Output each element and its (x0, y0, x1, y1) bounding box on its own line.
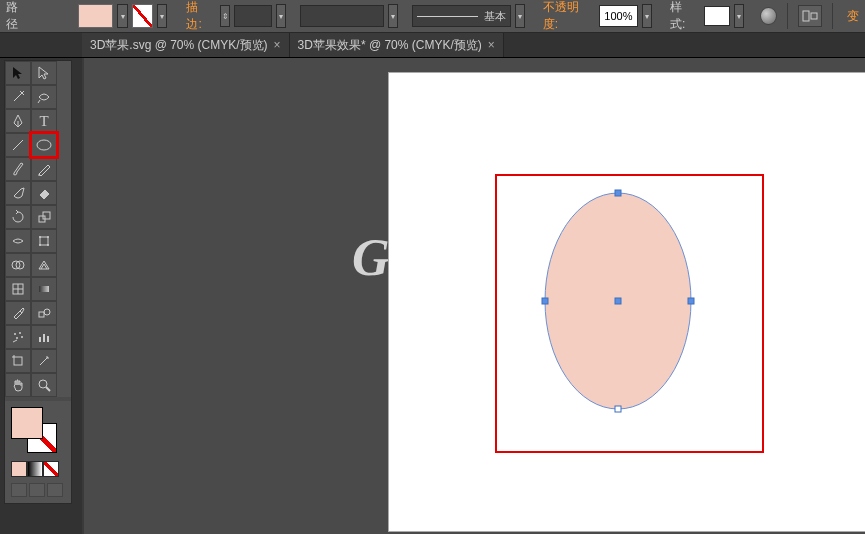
anchor-point-bottom[interactable] (615, 406, 621, 412)
align-panel-button[interactable] (798, 5, 822, 27)
color-mode-solid[interactable] (11, 461, 27, 477)
svg-rect-25 (47, 336, 49, 342)
draw-normal[interactable] (11, 483, 27, 497)
svg-rect-6 (40, 237, 48, 245)
rotate-tool[interactable] (5, 205, 31, 229)
paintbrush-tool[interactable] (5, 157, 31, 181)
pencil-tool[interactable] (31, 157, 57, 181)
tab-close-button[interactable]: × (274, 38, 281, 52)
recolor-artwork-button[interactable] (760, 7, 777, 25)
shape-builder-tool[interactable] (5, 253, 31, 277)
eyedropper-tool[interactable] (5, 301, 31, 325)
column-graph-tool[interactable] (31, 325, 57, 349)
line-segment-tool[interactable] (5, 133, 31, 157)
tab-label: 3D苹果.svg @ 70% (CMYK/预览) (90, 37, 268, 54)
width-tool[interactable] (5, 229, 31, 253)
pen-tool[interactable] (5, 109, 31, 133)
ellipse-tool[interactable] (31, 133, 57, 157)
graphic-style-dropdown[interactable]: ▾ (734, 4, 744, 28)
svg-rect-17 (39, 312, 44, 317)
annotation-highlight-box (495, 174, 764, 453)
selected-ellipse-object[interactable] (543, 191, 693, 411)
document-tab[interactable]: 3D苹果效果* @ 70% (CMYK/预览) × (290, 33, 504, 57)
fill-swatch[interactable] (78, 4, 114, 28)
brush-style-field[interactable]: 基本 (412, 5, 511, 27)
artboard-tool[interactable] (5, 349, 31, 373)
svg-point-10 (47, 244, 49, 246)
type-tool[interactable]: T (31, 109, 57, 133)
canvas-workspace[interactable]: G (82, 58, 865, 534)
direct-selection-tool[interactable] (31, 61, 57, 85)
scale-tool[interactable] (31, 205, 57, 229)
stroke-weight-field[interactable] (234, 5, 271, 27)
free-transform-tool[interactable] (31, 229, 57, 253)
document-tab[interactable]: 3D苹果.svg @ 70% (CMYK/预览) × (82, 33, 290, 57)
anchor-point-right[interactable] (688, 298, 694, 304)
artboard[interactable] (388, 72, 865, 532)
vstroke-profile-field[interactable] (300, 5, 384, 27)
color-mode-gradient[interactable] (27, 461, 43, 477)
svg-point-8 (47, 236, 49, 238)
tab-close-button[interactable]: × (488, 38, 495, 52)
divider (787, 3, 788, 29)
blob-brush-tool[interactable] (5, 181, 31, 205)
document-tabs-bar: 3D苹果.svg @ 70% (CMYK/预览) × 3D苹果效果* @ 70%… (0, 33, 865, 58)
hand-tool[interactable] (5, 373, 31, 397)
fill-stroke-control[interactable] (11, 407, 59, 455)
opacity-dropdown[interactable]: ▾ (642, 4, 652, 28)
brush-style-label: 基本 (484, 9, 506, 24)
opacity-field[interactable]: 100% (599, 5, 638, 27)
fill-dropdown[interactable]: ▾ (117, 4, 127, 28)
gradient-tool[interactable] (31, 277, 57, 301)
fill-color-swatch[interactable] (11, 407, 43, 439)
divider (832, 3, 833, 29)
magic-wand-tool[interactable] (5, 85, 31, 109)
opacity-label[interactable]: 不透明度: (543, 0, 591, 33)
blend-tool[interactable] (31, 301, 57, 325)
mesh-tool[interactable] (5, 277, 31, 301)
svg-point-3 (37, 140, 51, 150)
brush-style-dropdown[interactable]: ▾ (515, 4, 525, 28)
options-bar: 路径 ▾ ▾ 描边: ⇕ ▾ ▾ 基本 ▾ 不透明度: 100% ▾ 样式: ▾… (0, 0, 865, 33)
center-point[interactable] (615, 298, 621, 304)
lasso-tool[interactable] (31, 85, 57, 109)
style-label: 样式: (670, 0, 696, 33)
tools-panel: T (4, 60, 72, 504)
vstroke-profile-dropdown[interactable]: ▾ (388, 4, 398, 28)
svg-point-20 (19, 332, 21, 334)
svg-rect-0 (803, 11, 809, 21)
stroke-weight-stepper[interactable]: ⇕ (220, 5, 230, 27)
svg-rect-23 (39, 337, 41, 342)
color-mode-none[interactable] (43, 461, 59, 477)
watermark-text: G (352, 228, 390, 287)
stroke-swatch-none[interactable] (132, 4, 153, 28)
perspective-grid-tool[interactable] (31, 253, 57, 277)
graphic-style-swatch[interactable] (704, 6, 730, 26)
svg-point-22 (21, 336, 23, 338)
zoom-tool[interactable] (31, 373, 57, 397)
tab-label: 3D苹果效果* @ 70% (CMYK/预览) (298, 37, 482, 54)
stroke-preview-line (417, 16, 478, 17)
svg-point-19 (14, 333, 16, 335)
slice-tool[interactable] (31, 349, 57, 373)
draw-inside[interactable] (47, 483, 63, 497)
stroke-palette-dropdown[interactable]: ▾ (157, 4, 167, 28)
stroke-options-label[interactable]: 描边: (186, 0, 212, 33)
svg-point-18 (44, 309, 50, 315)
selection-context-label: 路径 (6, 0, 28, 33)
symbol-sprayer-tool[interactable] (5, 325, 31, 349)
selection-tool[interactable] (5, 61, 31, 85)
draw-behind[interactable] (29, 483, 45, 497)
eraser-tool[interactable] (31, 181, 57, 205)
svg-point-21 (16, 337, 18, 339)
anchor-point-top[interactable] (615, 190, 621, 196)
svg-rect-1 (811, 13, 817, 19)
anchor-point-left[interactable] (542, 298, 548, 304)
svg-point-9 (39, 244, 41, 246)
svg-point-29 (39, 380, 47, 388)
stroke-weight-dropdown[interactable]: ▾ (276, 4, 286, 28)
color-mode-row (11, 461, 65, 477)
transform-label[interactable]: 变 (847, 8, 859, 25)
svg-point-7 (39, 236, 41, 238)
svg-line-2 (13, 140, 23, 150)
